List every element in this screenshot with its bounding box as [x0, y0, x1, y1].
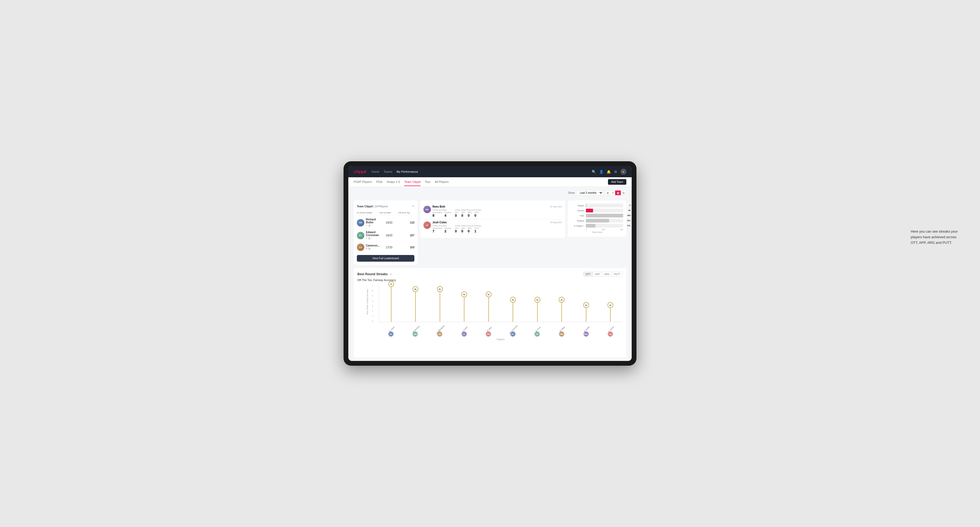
avg-1: 110: [398, 221, 414, 224]
y-tick-5: 5: [372, 295, 373, 297]
avatar-col-9: CQ: [598, 331, 623, 337]
bar-label-eagles: Eagles: [571, 205, 584, 207]
search-icon[interactable]: 🔍: [592, 170, 596, 174]
subtitle-main: Off The Tee: [357, 279, 372, 282]
streak-bar-line-1: 6x: [415, 290, 416, 322]
josh-ott-val: 0: [455, 229, 458, 233]
player-name-3: Cameron...: [366, 244, 380, 247]
avg-2: 107: [398, 234, 414, 237]
josh-activities: Total Practice Activities OTT 0 APP: [455, 225, 481, 233]
edit-icon[interactable]: ✏: [412, 205, 414, 208]
filter-app[interactable]: APP: [593, 272, 602, 276]
streak-bubble-2: 6x: [437, 286, 443, 292]
bar-row-bogeys: Bogeys 311: [571, 219, 623, 222]
bar-track-pars: 499: [586, 214, 623, 217]
bottom-title-text: Best Round Streaks: [357, 272, 388, 276]
view-list-btn[interactable]: ≡: [610, 190, 615, 195]
avatar-rees: RB: [423, 206, 431, 213]
bell-icon[interactable]: 🔔: [607, 170, 611, 174]
main-content: Show Last 3 months ⊞ ≡ ▦ ⊟: [348, 187, 632, 361]
bar-value-pars: 499: [627, 214, 631, 217]
user-icon[interactable]: 👤: [599, 170, 603, 174]
streak-bubble-1: 6x: [412, 286, 418, 292]
streak-bar-col-8: 3xR. Butler: [574, 285, 598, 322]
filter-ott[interactable]: OTT: [584, 272, 593, 276]
streak-avatar-4: RB: [485, 331, 492, 337]
streak-bubble-8: 3x: [583, 302, 589, 308]
streak-bubble-9: 3x: [608, 302, 613, 308]
streak-avatar-3: JC: [461, 331, 467, 337]
add-team-button[interactable]: Add Team: [608, 179, 626, 185]
y-tick-0: 0: [372, 320, 373, 322]
subnav-hcaps[interactable]: Hcaps 1-5: [387, 178, 400, 186]
y-tick-6: 6: [372, 290, 373, 292]
bar-value-eagles: 3: [630, 204, 631, 206]
y-tick-3: 3: [372, 305, 373, 307]
score-3: 17/20: [380, 246, 398, 249]
subnav-pgat[interactable]: PGAT Players: [354, 178, 372, 186]
josh-practice: Practice 2: [444, 227, 451, 233]
nav-link-myperformance[interactable]: My Performance: [396, 169, 418, 174]
view-extra-btn[interactable]: ⊟: [621, 190, 626, 195]
josh-tournament: Tournament 7: [433, 227, 442, 233]
bar-fill-birdies: [586, 209, 593, 213]
josh-putt: PUTT 1: [474, 227, 479, 233]
nav-link-home[interactable]: Home: [371, 169, 379, 174]
y-ticks: 7 6 5 4 3 2 1 0: [372, 285, 373, 322]
player-name-2: Edward Crossman: [366, 231, 380, 237]
panel-title-area: Team Clippd | 14 Players: [357, 204, 388, 208]
bar-row-pars: Pars 499: [571, 214, 623, 217]
chart-x-title: Total Shots: [571, 231, 623, 233]
rees-tournament: Tournament 8: [433, 211, 442, 217]
player-row: RB Richard Butler ♥ 1 19/20 110: [357, 216, 414, 229]
view-grid-btn[interactable]: ⊞: [605, 190, 610, 195]
period-select[interactable]: Last 3 months: [576, 190, 603, 195]
subnav-all-players[interactable]: All Players: [435, 178, 449, 186]
putt-label: PUTT 0: [474, 211, 479, 217]
badge-num-1: 1: [368, 224, 371, 227]
bar-label-pars: Pars: [571, 214, 584, 217]
streak-bar-col-1: 6xB. McHerg: [403, 285, 428, 322]
streak-bar-col-3: 5xJ. Coles: [452, 285, 477, 322]
streak-bar-line-8: 3x: [586, 306, 586, 322]
bar-value-birdies: 96: [628, 209, 631, 211]
josh-practice-val: 2: [444, 229, 451, 233]
rees-date: 02 Sep 2023: [550, 205, 562, 208]
streak-bar-line-3: 5x: [464, 295, 465, 322]
chart-x-axis: 0 200 400: [571, 229, 623, 230]
col-pb-avg: PB AVG SQ: [398, 211, 414, 214]
view-card-btn[interactable]: ▦: [615, 190, 621, 195]
settings-icon[interactable]: ⚙: [614, 170, 617, 174]
nav-icons: 🔍 👤 🔔 ⚙ ▸: [592, 169, 626, 175]
bar-value-dbogeys: 131: [627, 224, 631, 227]
tablet-screen: clippd Home Teams My Performance 🔍 👤 🔔 ⚙…: [348, 166, 632, 361]
x-label-0: 0: [586, 229, 587, 230]
bottom-title: Best Round Streaks ←: [357, 272, 393, 276]
avatar-edward: EC: [357, 232, 364, 239]
rees-rounds: Total Rounds Tournament 8 Practice: [433, 209, 451, 217]
bar-chart: Eagles 3 Birdies 96: [571, 204, 623, 227]
subnav-tour[interactable]: Tour: [425, 178, 430, 186]
streak-bar-line-6: 4x: [537, 300, 538, 322]
arrow-indicator: ←: [389, 272, 393, 276]
player-details-2: Edward Crossman ♦ 2: [366, 231, 380, 240]
ott-label: OTT 0: [455, 211, 458, 217]
player-details-1: Richard Butler ♥ 1: [366, 218, 380, 227]
nav-link-teams[interactable]: Teams: [384, 169, 392, 174]
avatar-col-4: RB: [476, 331, 501, 337]
view-full-leaderboard-btn[interactable]: View Full Leaderboard: [357, 255, 414, 262]
user-avatar[interactable]: ▸: [620, 169, 626, 175]
badge-num-2: 2: [368, 237, 371, 240]
sub-nav: PGAT Players PGA Hcaps 1-5 Team Clippd T…: [348, 177, 632, 187]
y-tick-4: 4: [372, 300, 373, 302]
sub-nav-links: PGAT Players PGA Hcaps 1-5 Team Clippd T…: [354, 178, 449, 186]
subnav-pga[interactable]: PGA: [376, 178, 382, 186]
streak-bar-col-9: 3xC. Quick: [598, 285, 623, 322]
filter-putt[interactable]: PUTT: [612, 272, 623, 276]
bar-fill-eagles: [586, 204, 586, 207]
josh-ott: OTT 0: [455, 227, 458, 233]
rees-putt: 0: [474, 213, 479, 217]
subnav-team-clippd[interactable]: Team Clippd: [404, 178, 420, 186]
filter-arg[interactable]: ARG: [602, 272, 612, 276]
streak-bar-col-2: 6xD. Billingham: [428, 285, 452, 322]
